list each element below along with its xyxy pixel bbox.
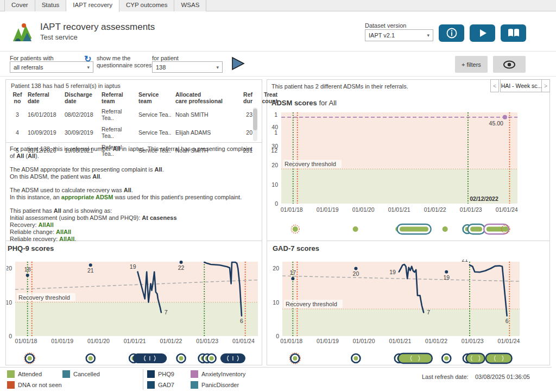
svg-text:01/01/19: 01/01/19 (317, 338, 339, 344)
svg-text:01/01/21: 01/01/21 (389, 338, 411, 344)
svg-text:01/01/19: 01/01/19 (51, 338, 73, 344)
legend-gad7-label: GAD7 (158, 382, 174, 388)
col-header-referral-team: Referralteam (100, 90, 137, 106)
phq9-chart-title: PHQ-9 scores (8, 244, 54, 252)
refresh-icon[interactable]: ↺ (84, 54, 91, 64)
legend-phq9-label: PHQ9 (158, 371, 174, 377)
table-cell: Elijah ADAMS (174, 124, 233, 142)
patient-select[interactable]: 138 ▾ (152, 61, 223, 73)
filters-button[interactable]: + filters (455, 56, 488, 73)
svg-text:10: 10 (7, 299, 12, 306)
svg-text:01/01/23: 01/01/23 (460, 206, 482, 213)
svg-text:22: 22 (197, 260, 203, 260)
right-mid-divider (267, 241, 549, 241)
show-me-label-line2: questionnaire scores (97, 62, 152, 68)
svg-text:Recovery threshold: Recovery threshold (285, 161, 336, 167)
svg-text:21: 21 (462, 260, 468, 263)
referral-table-title: Patient 138 has had 5 referral(s) in iap… (11, 83, 121, 89)
filterbar-bottom-divider (0, 76, 556, 77)
dataset-version-label: Dataset version (365, 22, 406, 29)
chevron-down-icon: ▾ (216, 65, 219, 70)
referral-filter-select[interactable]: all referrals ▾ (10, 61, 93, 73)
tab-cyp-outcomes[interactable]: CYP outcomes (119, 0, 175, 11)
svg-text:22: 22 (178, 264, 185, 271)
legend-attended: Attended (7, 370, 42, 378)
svg-text:20: 20 (7, 265, 12, 271)
adsm-chart-title: ADSM scores for All (271, 99, 337, 107)
adsm-prev-button[interactable]: < (490, 79, 499, 92)
legend-dna: DNA or not seen (7, 381, 62, 389)
iaptus-logo-icon (12, 22, 35, 43)
page-title: IAPT recovery assessments (40, 22, 155, 33)
phq9-swatch (147, 370, 155, 378)
svg-text:6: 6 (240, 318, 243, 324)
legend-panic: PanicDisorder (191, 381, 239, 389)
referral-filter-value: all referrals (14, 64, 43, 71)
svg-text:01/01/23: 01/01/23 (462, 338, 484, 344)
table-row[interactable]: 316/01/201808/02/2018Referral Tea..Servi… (9, 106, 279, 124)
svg-text:19: 19 (130, 263, 136, 270)
svg-text:01/01/20: 01/01/20 (87, 338, 110, 344)
phq9-chart: 1972261821220102001/01/1801/01/1901/01/2… (7, 260, 262, 365)
table-cell: Service Tea.. (137, 124, 174, 142)
iapt-dashboard: CoverStatusIAPT recoveryCYP outcomesWSAS… (0, 0, 556, 392)
play-button[interactable] (470, 24, 495, 42)
legend-anxiety: AnxietyInventory (191, 370, 245, 378)
adsm-chart: 45.0002/12/202201020304001/01/1801/01/19… (271, 109, 552, 241)
play-icon (478, 28, 488, 38)
table-cell: 16/01/2018 (26, 106, 63, 124)
attended-swatch (7, 370, 15, 378)
last-refresh-label: Last refresh date: (422, 374, 469, 380)
svg-text:20: 20 (353, 270, 359, 277)
dataset-version-select[interactable]: IAPT v2.1 ▾ (365, 29, 433, 41)
cancelled-swatch (62, 370, 70, 378)
tab-cover[interactable]: Cover (4, 0, 35, 11)
legend-attended-label: Attended (18, 371, 42, 377)
col-header-service-team: Serviceteam (137, 90, 174, 106)
adsm-next-button[interactable]: > (541, 79, 550, 92)
col-header-discharge-date: Dischargedate (63, 90, 100, 106)
last-refresh-value: 03/08/2025 01:36:05 (475, 374, 530, 380)
narrative-paragraph: The ADSM appropriate for this presenting… (10, 166, 258, 180)
legend-dna-label: DNA or not seen (18, 382, 62, 388)
svg-text:0: 0 (276, 333, 279, 339)
adsm-measure-select[interactable]: HAI - Week sc... ▾ (500, 79, 548, 92)
page-subtitle: Test service (40, 33, 78, 41)
for-patient-label: for patient (152, 55, 179, 61)
table-scrollbar-thumb[interactable] (253, 109, 257, 130)
table-cell: Referral Tea.. (100, 106, 137, 124)
table-cell: 3 (9, 106, 26, 124)
guide-button[interactable] (501, 24, 526, 42)
eye-button[interactable] (493, 56, 526, 73)
svg-text:Recovery threshold: Recovery threshold (286, 301, 337, 307)
tab-wsas[interactable]: WSAS (174, 0, 206, 11)
table-cell: 20 (233, 124, 254, 142)
chevron-down-icon: ▾ (87, 65, 90, 70)
svg-text:01/01/24: 01/01/24 (232, 338, 255, 344)
svg-text:30: 30 (271, 143, 278, 149)
svg-text:01/01/22: 01/01/22 (424, 206, 446, 213)
svg-text:21: 21 (87, 267, 94, 274)
svg-text:01/01/21: 01/01/21 (388, 206, 410, 213)
svg-text:7: 7 (165, 309, 168, 315)
adsm-measure-value: HAI - Week sc... (501, 83, 542, 89)
svg-text:20: 20 (273, 265, 279, 271)
eye-icon (503, 60, 516, 69)
open-book-icon (507, 28, 520, 39)
patient-select-value: 138 (156, 64, 166, 71)
tab-status[interactable]: Status (35, 0, 67, 11)
svg-text:45.00: 45.00 (489, 120, 503, 127)
tab-iapt-recovery[interactable]: IAPT recovery (66, 0, 119, 12)
panic-swatch (191, 381, 198, 389)
chevron-down-icon: ▾ (427, 33, 429, 38)
run-play-icon[interactable] (230, 56, 245, 71)
adsm-title-rest: for All (317, 99, 337, 107)
col-header-ref-no: Refno (9, 90, 26, 106)
col-header-referral-date: Referraldate (26, 90, 63, 106)
info-button[interactable] (439, 24, 464, 42)
legend-phq9: PHQ9 (147, 370, 174, 378)
legend-panic-label: PanicDisorder (201, 382, 239, 388)
svg-text:01/01/23: 01/01/23 (196, 338, 218, 344)
patient-narrative: For patient 138, this is referral number… (10, 146, 258, 249)
table-row[interactable]: 410/09/201930/09/2019Referral Tea..Servi… (9, 124, 279, 142)
